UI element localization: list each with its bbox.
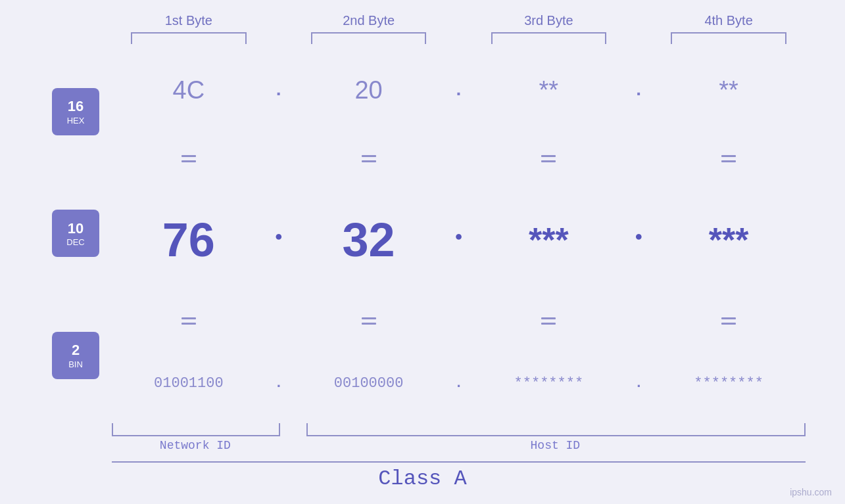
- byte1-label: 1st Byte: [165, 13, 212, 28]
- dot2-bin: .: [454, 375, 463, 392]
- main-container: 1st Byte 2nd Byte 3rd Byte 4th Byte: [0, 0, 845, 504]
- dot1-bin: .: [274, 375, 283, 392]
- parallel-2: [362, 155, 376, 162]
- brackets-row: [112, 423, 806, 436]
- main-values: 16 HEX 10 DEC 2 BIN 4C . 20 . ** . **: [39, 44, 806, 423]
- hex-b3: **: [539, 76, 559, 104]
- parallel-5: [181, 317, 196, 325]
- bin-row: 01001100 . 00100000 . ******** . *******…: [112, 375, 806, 392]
- badges-column: 16 HEX 10 DEC 2 BIN: [39, 44, 112, 423]
- class-label: Class A: [378, 467, 466, 491]
- byte2-col: 2nd Byte: [292, 13, 446, 44]
- byte1-bracket: [131, 32, 246, 44]
- bin-b4: ********: [694, 375, 763, 392]
- hex-badge: 16 HEX: [52, 88, 99, 135]
- dot2-hex: .: [453, 80, 464, 101]
- byte3-label: 3rd Byte: [524, 13, 573, 28]
- byte1-col: 1st Byte: [112, 13, 266, 44]
- byte2-label: 2nd Byte: [343, 13, 395, 28]
- parallel-7: [541, 317, 556, 325]
- network-id-label: Network ID: [160, 439, 231, 452]
- parallel-1: [181, 155, 196, 162]
- bin-b3: ********: [514, 375, 584, 392]
- byte4-bracket: [671, 32, 786, 44]
- dec-b2: 32: [343, 213, 395, 267]
- byte2-bracket: [311, 32, 426, 44]
- host-id-label: Host ID: [531, 439, 581, 452]
- byte3-bracket: [491, 32, 606, 44]
- byte4-col: 4th Byte: [652, 13, 806, 44]
- watermark: ipshu.com: [790, 487, 832, 497]
- hex-b2: 20: [354, 76, 382, 104]
- byte3-col: 3rd Byte: [472, 13, 626, 44]
- dec-b4: ***: [709, 220, 749, 260]
- dec-b1: 76: [162, 213, 215, 267]
- host-bracket: [306, 423, 806, 436]
- parallel-6: [362, 317, 376, 325]
- dec-row: 76 ● 32 ● *** ● ***: [112, 213, 806, 267]
- dot3-bin: .: [635, 375, 643, 392]
- byte4-label: 4th Byte: [704, 13, 752, 28]
- class-bracket: [112, 461, 806, 463]
- dot1-hex: .: [273, 80, 284, 101]
- parallel-3: [541, 155, 556, 162]
- dot2-dec: ●: [454, 229, 462, 244]
- bin-b2: 00100000: [334, 375, 404, 392]
- dot1-dec: ●: [275, 229, 283, 244]
- equals-row-2: [112, 317, 806, 325]
- equals-row-1: [112, 155, 806, 162]
- hex-row: 4C . 20 . ** . **: [112, 76, 806, 104]
- dec-b3: ***: [529, 220, 569, 260]
- id-labels-row: Network ID Host ID: [112, 439, 806, 452]
- parallel-8: [721, 317, 736, 325]
- dec-badge: 10 DEC: [52, 210, 99, 257]
- parallel-4: [721, 155, 736, 162]
- network-bracket: [112, 423, 280, 436]
- class-label-row: Class A: [39, 467, 806, 491]
- bin-b1: 01001100: [154, 375, 224, 392]
- dot3-hex: .: [633, 80, 644, 101]
- bottom-section: Network ID Host ID Class A: [39, 423, 806, 491]
- hex-b4: **: [719, 76, 738, 104]
- bin-badge: 2 BIN: [52, 332, 99, 379]
- hex-b1: 4C: [173, 76, 205, 104]
- values-area: 4C . 20 . ** . **: [112, 44, 806, 423]
- dot3-dec: ●: [635, 229, 642, 244]
